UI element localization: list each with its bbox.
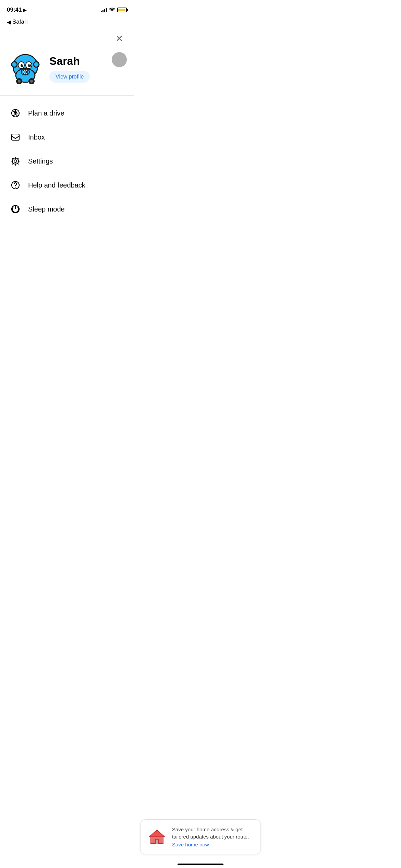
battery-icon bbox=[117, 8, 127, 12]
svg-point-22 bbox=[14, 160, 17, 162]
status-icons bbox=[101, 8, 127, 12]
sleep-icon bbox=[10, 203, 21, 215]
location-arrow-icon: ▶ bbox=[23, 8, 26, 13]
svg-point-16 bbox=[18, 80, 21, 83]
status-time: 09:41 ▶ bbox=[7, 7, 26, 13]
wifi-icon bbox=[109, 8, 115, 12]
plan-drive-label: Plan a drive bbox=[28, 109, 64, 117]
sleep-label: Sleep mode bbox=[28, 205, 65, 213]
svg-point-14 bbox=[34, 62, 39, 67]
svg-point-18 bbox=[30, 80, 33, 83]
svg-point-6 bbox=[21, 64, 23, 67]
plan-drive-icon bbox=[10, 107, 21, 119]
svg-point-25 bbox=[15, 187, 16, 188]
profile-gear-button[interactable] bbox=[112, 52, 127, 67]
menu-item-plan-drive[interactable]: Plan a drive bbox=[0, 101, 134, 125]
menu-item-inbox[interactable]: Inbox bbox=[0, 125, 134, 149]
menu-item-sleep[interactable]: Sleep mode bbox=[0, 197, 134, 221]
signal-icon bbox=[101, 8, 107, 12]
time-display: 09:41 bbox=[7, 7, 22, 13]
svg-point-7 bbox=[22, 64, 23, 65]
svg-point-12 bbox=[24, 71, 27, 73]
inbox-label: Inbox bbox=[28, 133, 45, 141]
profile-section: Sarah View profile bbox=[0, 45, 134, 95]
status-bar: 09:41 ▶ bbox=[0, 0, 134, 17]
menu-item-help[interactable]: Help and feedback bbox=[0, 173, 134, 197]
safari-back-nav[interactable]: ◀ Safari bbox=[0, 17, 134, 29]
help-label: Help and feedback bbox=[28, 181, 85, 189]
svg-point-8 bbox=[28, 64, 31, 67]
settings-icon bbox=[10, 155, 21, 167]
svg-point-9 bbox=[29, 64, 31, 65]
menu-item-settings[interactable]: Settings bbox=[0, 149, 134, 173]
svg-point-23 bbox=[12, 158, 19, 164]
view-profile-button[interactable]: View profile bbox=[49, 71, 90, 83]
avatar bbox=[8, 51, 42, 86]
menu-list: Plan a drive Inbox Settings bbox=[0, 96, 134, 227]
close-button[interactable] bbox=[113, 32, 125, 45]
settings-label: Settings bbox=[28, 157, 53, 165]
back-arrow-icon: ◀ bbox=[7, 19, 11, 25]
help-icon bbox=[10, 179, 21, 191]
svg-point-13 bbox=[12, 62, 17, 67]
inbox-icon bbox=[10, 131, 21, 143]
safari-back-label: Safari bbox=[12, 19, 27, 25]
